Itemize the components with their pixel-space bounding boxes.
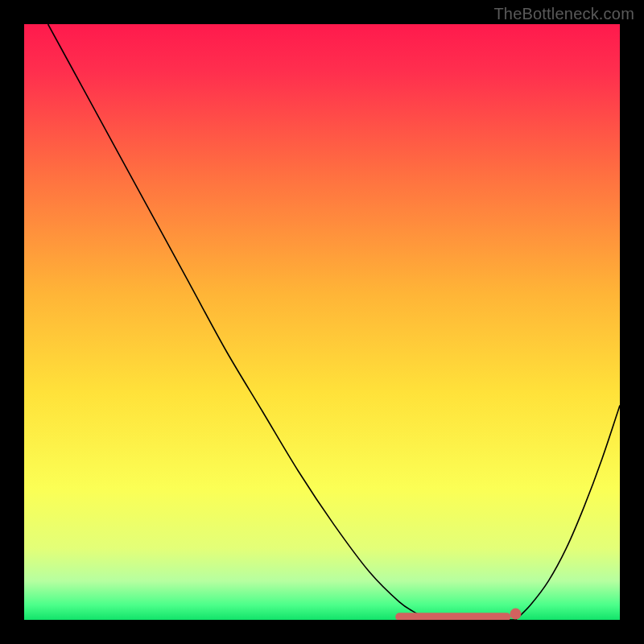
curve-right-branch <box>516 406 621 620</box>
highlight-dot <box>510 609 522 620</box>
plot-area <box>24 24 620 620</box>
watermark-label: TheBottleneck.com <box>493 5 634 23</box>
chart-overlay <box>24 24 620 620</box>
curve-left-branch <box>48 24 427 620</box>
